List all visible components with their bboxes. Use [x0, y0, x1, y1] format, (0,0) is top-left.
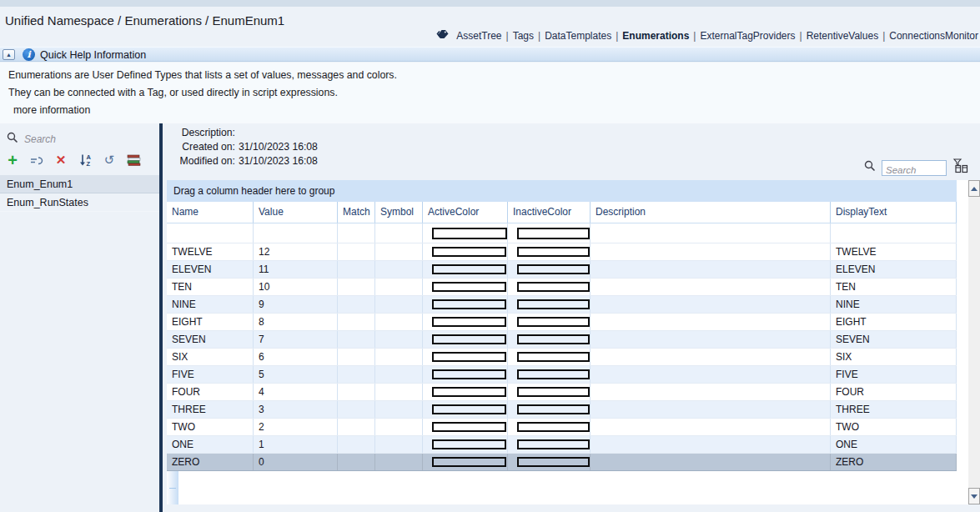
cell-match[interactable] — [338, 314, 375, 330]
inactive-color-swatch[interactable] — [517, 282, 590, 292]
cell-name[interactable]: SIX — [167, 349, 254, 365]
cell-value[interactable]: 0 — [254, 454, 338, 470]
cell-description[interactable] — [591, 331, 831, 348]
cell-symbol[interactable] — [375, 314, 423, 330]
table-row[interactable]: FIVE5FIVE — [167, 366, 957, 384]
cell-symbol[interactable] — [375, 243, 423, 260]
cell-inactivecolor[interactable] — [508, 454, 591, 470]
history-icon[interactable]: ↺ — [102, 153, 117, 168]
table-row[interactable]: ONE1ONE — [167, 436, 957, 454]
grid-search-input[interactable] — [886, 165, 941, 175]
cell-inactivecolor[interactable] — [508, 436, 591, 453]
tab-retentivevalues[interactable]: RetentiveValues — [807, 30, 879, 42]
cell-name[interactable]: TWO — [167, 419, 254, 435]
table-row[interactable]: SEVEN7SEVEN — [167, 331, 957, 349]
cell-value[interactable]: 12 — [254, 243, 338, 260]
active-color-swatch[interactable] — [432, 352, 506, 362]
inactive-color-swatch[interactable] — [517, 228, 590, 239]
column-header-name[interactable]: Name — [167, 202, 254, 223]
table-row[interactable]: FOUR4FOUR — [167, 384, 957, 401]
cell-activecolor[interactable] — [423, 454, 508, 470]
cell-value[interactable]: 11 — [254, 261, 338, 278]
cell-description[interactable] — [591, 366, 831, 383]
delete-icon[interactable]: ✕ — [53, 153, 68, 168]
cell-displaytext[interactable]: SEVEN — [831, 331, 957, 348]
inactive-color-swatch[interactable] — [517, 352, 590, 362]
cell-displaytext[interactable]: TEN — [831, 279, 957, 295]
cell-match[interactable] — [338, 384, 375, 400]
inactive-color-swatch[interactable] — [517, 317, 590, 327]
cell-match[interactable] — [338, 261, 375, 278]
active-color-swatch[interactable] — [432, 369, 506, 379]
cell-description[interactable] — [591, 243, 831, 260]
tab-tags[interactable]: Tags — [513, 30, 534, 42]
tab-externaltagproviders[interactable]: ExternalTagProviders — [700, 30, 795, 42]
cell-name[interactable]: ONE — [167, 436, 254, 453]
cell-name[interactable] — [167, 223, 254, 243]
cell-inactivecolor[interactable] — [508, 331, 591, 348]
cell-symbol[interactable] — [375, 261, 423, 278]
add-icon[interactable]: + — [5, 153, 20, 168]
table-row[interactable]: NINE9NINE — [167, 296, 957, 314]
cell-symbol[interactable] — [375, 436, 423, 453]
table-row[interactable]: ELEVEN11ELEVEN — [167, 261, 957, 279]
cell-match[interactable] — [338, 223, 375, 243]
cell-displaytext[interactable]: TWELVE — [831, 243, 957, 260]
inactive-color-swatch[interactable] — [517, 334, 590, 344]
cell-symbol[interactable] — [375, 419, 423, 435]
column-header-activecolor[interactable]: ActiveColor — [423, 202, 508, 223]
tab-connectionsmonitor[interactable]: ConnectionsMonitor — [889, 30, 978, 42]
cell-value[interactable]: 9 — [254, 296, 338, 313]
cell-description[interactable] — [591, 314, 831, 330]
active-color-swatch[interactable] — [432, 228, 507, 239]
cell-description[interactable] — [591, 454, 831, 470]
cell-inactivecolor[interactable] — [508, 296, 591, 313]
cell-inactivecolor[interactable] — [508, 349, 591, 365]
active-color-swatch[interactable] — [432, 457, 506, 467]
cell-description[interactable] — [591, 384, 831, 400]
cell-inactivecolor[interactable] — [508, 401, 591, 418]
cell-value[interactable]: 10 — [254, 279, 338, 295]
cell-description[interactable] — [591, 401, 831, 418]
cell-value[interactable]: 1 — [254, 436, 338, 453]
cell-value[interactable]: 4 — [254, 384, 338, 400]
cell-inactivecolor[interactable] — [508, 261, 591, 278]
active-color-swatch[interactable] — [432, 299, 506, 309]
active-color-swatch[interactable] — [432, 387, 506, 397]
cell-symbol[interactable] — [375, 454, 423, 470]
cell-displaytext[interactable]: SIX — [831, 349, 957, 365]
cell-displaytext[interactable]: ELEVEN — [831, 261, 957, 278]
tab-assettree[interactable]: AssetTree — [456, 30, 501, 42]
cell-displaytext[interactable] — [831, 223, 957, 243]
cell-displaytext[interactable]: ONE — [831, 436, 957, 453]
cell-activecolor[interactable] — [423, 314, 508, 330]
active-color-swatch[interactable] — [432, 334, 506, 344]
table-row[interactable]: THREE3THREE — [167, 401, 957, 419]
cell-activecolor[interactable] — [423, 296, 508, 313]
cell-displaytext[interactable]: NINE — [831, 296, 957, 313]
cell-displaytext[interactable]: EIGHT — [831, 314, 957, 330]
column-header-value[interactable]: Value — [254, 202, 338, 223]
cell-inactivecolor[interactable] — [508, 384, 591, 400]
cell-symbol[interactable] — [375, 349, 423, 365]
column-header-displaytext[interactable]: DisplayText — [831, 202, 957, 223]
cell-match[interactable] — [338, 436, 375, 453]
cell-activecolor[interactable] — [423, 366, 508, 383]
sidebar-search-input[interactable] — [24, 133, 124, 145]
group-by-band[interactable]: Drag a column header here to group — [167, 180, 957, 202]
cell-activecolor[interactable] — [423, 331, 508, 348]
column-header-inactivecolor[interactable]: InactiveColor — [508, 202, 591, 223]
cell-description[interactable] — [591, 223, 831, 243]
cell-value[interactable]: 6 — [254, 349, 338, 365]
cell-description[interactable] — [591, 279, 831, 295]
scroll-up-button[interactable] — [968, 180, 980, 197]
cell-activecolor[interactable] — [423, 401, 508, 418]
sidebar-item-enum_runstates[interactable]: Enum_RunStates — [0, 193, 159, 212]
cell-value[interactable]: 8 — [254, 314, 338, 330]
cell-match[interactable] — [338, 349, 375, 365]
cell-symbol[interactable] — [375, 331, 423, 348]
cell-activecolor[interactable] — [423, 279, 508, 295]
cell-match[interactable] — [338, 366, 375, 383]
active-color-swatch[interactable] — [432, 439, 506, 449]
cell-name[interactable]: FOUR — [167, 384, 254, 400]
